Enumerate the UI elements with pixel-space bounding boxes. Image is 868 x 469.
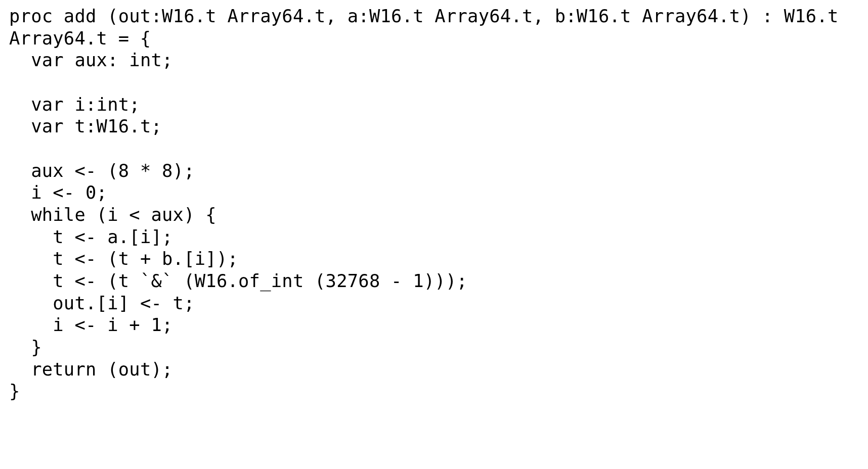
code-block: proc add (out:W16.t Array64.t, a:W16.t A… <box>9 5 859 402</box>
